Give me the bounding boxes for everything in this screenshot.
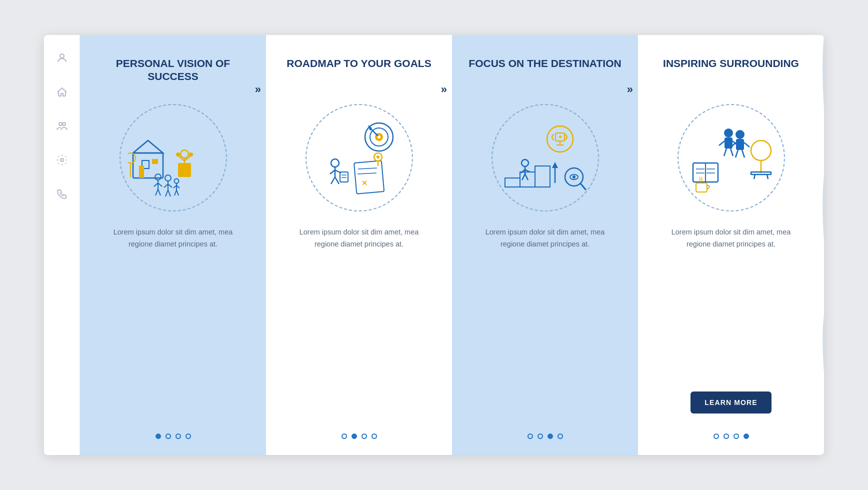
svg-point-20 (155, 174, 161, 180)
panel2-illustration: ✕ (306, 104, 413, 212)
dot-2-2 (352, 434, 357, 439)
panel1-dots (156, 424, 191, 439)
panel4-body: Lorem ipsum dolor sit dim amet, mea regi… (664, 226, 798, 392)
svg-line-90 (736, 150, 738, 158)
svg-line-25 (158, 189, 160, 196)
svg-line-95 (754, 174, 755, 179)
svg-line-73 (525, 174, 528, 180)
svg-point-26 (165, 175, 171, 181)
svg-rect-65 (505, 178, 520, 187)
home-icon[interactable] (55, 85, 69, 99)
panel-personal-vision: PERSONAL VISION OF SUCCESS » (80, 35, 266, 455)
svg-line-28 (164, 184, 168, 188)
svg-line-29 (168, 184, 172, 188)
panel-roadmap: ROADMAP TO YOUR GOALS » (266, 35, 452, 455)
panel2-title: ROADMAP TO YOUR GOALS (286, 57, 431, 92)
dot-4-3[interactable] (734, 434, 739, 439)
svg-point-9 (128, 153, 136, 163)
panel2-body: Lorem ipsum dolor sit dim amet, mea regi… (292, 226, 426, 424)
panel3-illustration: ★ (492, 104, 599, 212)
svg-line-23 (158, 183, 162, 186)
dot-3-3 (548, 434, 553, 439)
panel3-body: Lorem ipsum dolor sit dim amet, mea regi… (478, 226, 612, 424)
svg-line-30 (166, 190, 168, 196)
dot-4-2[interactable] (724, 434, 729, 439)
svg-line-56 (335, 177, 339, 184)
panel2-dots (342, 424, 377, 439)
svg-line-96 (767, 174, 768, 179)
svg-point-49 (376, 156, 380, 158)
svg-line-36 (174, 190, 176, 196)
phone-icon[interactable] (55, 187, 69, 201)
dot-1-3[interactable] (176, 434, 181, 439)
svg-point-2 (62, 122, 66, 126)
panel1-title: PERSONAL VISION OF SUCCESS (94, 57, 252, 92)
svg-point-51 (331, 159, 339, 167)
dot-3-1[interactable] (528, 434, 533, 439)
chevron-right-1: » (255, 83, 261, 96)
main-container: PERSONAL VISION OF SUCCESS » (44, 35, 824, 455)
svg-line-89 (744, 142, 750, 147)
svg-point-0 (60, 54, 64, 58)
svg-line-24 (156, 189, 158, 196)
svg-point-17 (189, 152, 193, 156)
svg-point-32 (174, 178, 179, 183)
dot-2-3[interactable] (362, 434, 367, 439)
svg-point-43 (378, 136, 380, 138)
svg-line-85 (730, 148, 733, 156)
svg-point-16 (176, 152, 180, 156)
svg-line-84 (724, 148, 726, 156)
panel3-title: FOCUS ON THE DESTINATION (468, 57, 621, 92)
panel1-body: Lorem ipsum dolor sit dim amet, mea regi… (106, 226, 240, 424)
svg-point-80 (724, 128, 733, 138)
svg-line-46 (358, 173, 376, 174)
svg-line-77 (580, 184, 586, 190)
svg-point-1 (59, 122, 62, 126)
dot-3-2[interactable] (538, 434, 543, 439)
svg-line-22 (154, 183, 158, 186)
svg-rect-44 (354, 160, 384, 194)
dot-4-4 (744, 434, 749, 439)
svg-line-72 (522, 174, 525, 180)
chevron-right-2: » (441, 83, 447, 96)
panel4-illustration (678, 104, 785, 212)
dot-1-1 (156, 434, 161, 439)
dot-3-4[interactable] (558, 434, 563, 439)
user-icon[interactable] (55, 51, 69, 65)
svg-rect-7 (139, 166, 144, 178)
svg-text:✕: ✕ (362, 179, 368, 187)
dot-4-1[interactable] (714, 434, 719, 439)
svg-rect-8 (152, 159, 158, 164)
dot-1-2[interactable] (166, 434, 171, 439)
panel-inspiring: INSPIRING SURROUNDING (638, 35, 824, 455)
svg-line-37 (176, 190, 178, 196)
svg-marker-5 (133, 140, 163, 153)
svg-line-45 (358, 168, 377, 169)
svg-line-55 (331, 177, 335, 184)
panels-wrapper: PERSONAL VISION OF SUCCESS » (80, 35, 824, 455)
svg-point-68 (522, 160, 528, 166)
svg-line-53 (330, 170, 335, 174)
panel1-illustration (120, 104, 227, 212)
chevron-right-3: » (627, 83, 633, 96)
svg-line-31 (168, 190, 170, 196)
gear-icon[interactable] (55, 153, 69, 167)
svg-rect-94 (751, 172, 771, 174)
svg-point-12 (180, 150, 188, 158)
dot-2-1[interactable] (342, 434, 347, 439)
sidebar (44, 35, 80, 455)
panel-focus: FOCUS ON THE DESTINATION » ★ (452, 35, 638, 455)
svg-rect-57 (340, 172, 348, 182)
panel3-dots (528, 424, 563, 439)
panel4-title: INSPIRING SURROUNDING (663, 57, 799, 92)
dot-2-4[interactable] (372, 434, 377, 439)
svg-point-86 (736, 130, 744, 139)
svg-rect-103 (696, 183, 707, 192)
svg-text:★: ★ (558, 134, 562, 140)
people-icon[interactable] (55, 119, 69, 133)
svg-point-79 (572, 176, 576, 178)
panel4-dots (714, 424, 749, 439)
svg-line-82 (719, 141, 724, 146)
learn-more-button[interactable]: LEARN MORE (690, 392, 771, 414)
dot-1-4[interactable] (186, 434, 191, 439)
